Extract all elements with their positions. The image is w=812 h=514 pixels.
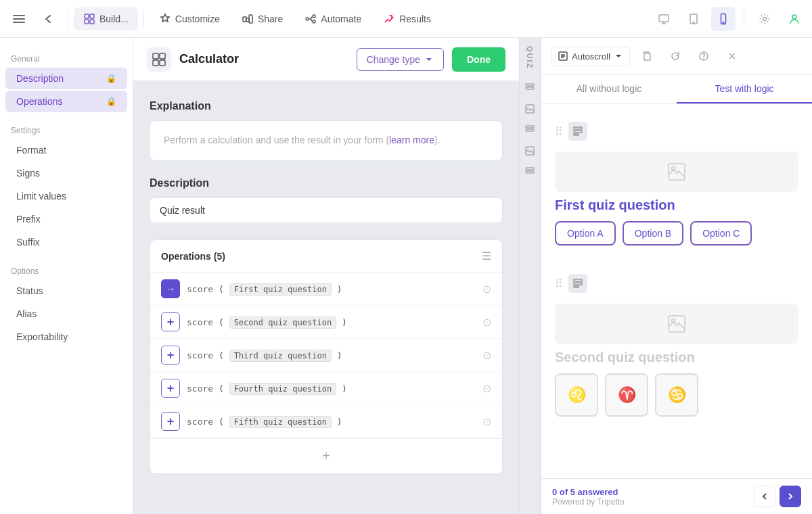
explanation-suffix: ). [434, 135, 441, 145]
hamburger-menu[interactable] [5, 5, 32, 32]
sidebar-item-status[interactable]: Status [5, 280, 127, 302]
op-arrow-icon-1[interactable]: → [161, 279, 180, 298]
nav-customize-label: Customize [175, 14, 220, 24]
nav-results[interactable]: Results [374, 7, 441, 30]
right-panel-content: ⠿ First quiz question [541, 104, 812, 514]
done-button[interactable]: Done [452, 47, 505, 72]
nav-share[interactable]: Share [232, 7, 292, 30]
description-section: Description [150, 177, 503, 223]
svg-rect-1 [13, 18, 25, 20]
next-arrow-button[interactable] [780, 486, 801, 507]
svg-rect-36 [574, 131, 582, 133]
op-plus-icon-2[interactable]: + [161, 312, 180, 331]
nav-customize[interactable]: Customize [150, 7, 229, 30]
sidebar-item-format[interactable]: Format [5, 139, 127, 161]
close-icon[interactable] [721, 45, 744, 68]
svg-point-17 [723, 22, 724, 23]
sidebar-item-suffix[interactable]: Suffix [5, 231, 127, 253]
autoscroll-label: Autoscroll [572, 51, 610, 62]
refresh-icon[interactable] [664, 45, 687, 68]
tab-test-with-logic[interactable]: Test with logic [677, 75, 812, 103]
svg-rect-25 [526, 87, 534, 89]
q1-option-b[interactable]: Option B [623, 221, 683, 246]
description-input[interactable] [150, 197, 503, 223]
help-icon[interactable] [692, 45, 715, 68]
svg-point-19 [792, 15, 796, 19]
q2-option-1[interactable]: ♌ [555, 373, 598, 417]
right-panel: Autoscroll All without [541, 38, 812, 514]
desktop-view-btn[interactable] [652, 7, 676, 31]
sidebar-exportability-label: Exportability [16, 331, 68, 342]
q2-type-icon [568, 274, 587, 293]
quiz-list-icon-3[interactable] [524, 166, 535, 179]
add-operation-button[interactable]: + [150, 438, 502, 473]
sidebar-item-description[interactable]: Description 🔒 [5, 68, 127, 89]
nav-right [652, 7, 807, 31]
learn-more-link[interactable]: learn more [389, 135, 434, 145]
op-tag-1: First quiz question [229, 283, 332, 296]
sidebar-item-limit-values[interactable]: Limit values [5, 185, 127, 207]
q1-image-placeholder [555, 151, 798, 192]
mobile-view-btn[interactable] [711, 7, 736, 31]
nav-build-label: Build... [99, 14, 129, 24]
settings-icon[interactable] [752, 7, 777, 31]
svg-rect-35 [574, 127, 582, 129]
q1-drag-row: ⠿ [555, 118, 798, 145]
svg-point-18 [763, 17, 767, 20]
nav-build[interactable]: Build... [74, 7, 138, 30]
copy-icon[interactable] [635, 45, 658, 68]
op-drag-5[interactable]: ⊙ [482, 415, 491, 428]
nav-automate[interactable]: Automate [295, 7, 371, 30]
svg-rect-5 [85, 20, 89, 24]
op-fn-1: score [187, 284, 213, 294]
user-icon[interactable] [782, 7, 807, 31]
sidebar-item-prefix[interactable]: Prefix [5, 208, 127, 230]
quiz-list-icon-2[interactable] [524, 124, 535, 137]
back-button[interactable] [35, 5, 62, 32]
app-icon [147, 47, 171, 72]
q2-option-2[interactable]: ♈ [605, 373, 648, 417]
quiz-image-icon-1[interactable] [524, 103, 535, 116]
op-plus-icon-5[interactable]: + [161, 412, 180, 431]
tablet-view-btn[interactable] [681, 7, 706, 31]
quiz-list-icon[interactable] [524, 83, 535, 95]
sidebar-item-operations[interactable]: Operations 🔒 [5, 91, 127, 112]
op-drag-2[interactable]: ⊙ [482, 316, 491, 329]
op-formula-1: score ( First quiz question ) [187, 284, 476, 294]
autoscroll-button[interactable]: Autoscroll [551, 47, 630, 66]
svg-rect-33 [644, 53, 650, 60]
op-formula-4: score ( Fourth quiz question ) [187, 383, 476, 394]
op-fn-5: score [187, 417, 213, 427]
op-drag-3[interactable]: ⊙ [482, 349, 491, 362]
right-panel-tabs: All without logic Test with logic [541, 75, 812, 104]
op-tag-2: Second quiz question [229, 317, 337, 329]
q1-drag-handle[interactable]: ⠿ [555, 125, 563, 138]
q2-drag-handle[interactable]: ⠿ [555, 277, 563, 290]
op-plus-icon-3[interactable]: + [161, 346, 180, 365]
prev-arrow-button[interactable] [754, 486, 775, 507]
sidebar-prefix-label: Prefix [16, 214, 41, 225]
op-drag-4[interactable]: ⊙ [482, 382, 491, 395]
svg-rect-41 [574, 283, 582, 285]
sidebar-limit-values-label: Limit values [16, 191, 66, 202]
svg-rect-30 [526, 168, 534, 170]
op-plus-icon-4[interactable]: + [161, 379, 180, 398]
sidebar-alias-label: Alias [16, 308, 37, 319]
sidebar-item-exportability[interactable]: Exportability [5, 326, 127, 348]
op-tag-4: Fourth quiz question [229, 383, 337, 395]
svg-rect-22 [153, 60, 158, 66]
q2-option-3[interactable]: ♋ [655, 373, 698, 417]
quiz-image-icon-2[interactable] [524, 145, 535, 158]
change-type-button[interactable]: Change type [357, 48, 444, 71]
op-drag-1[interactable]: ⊙ [482, 283, 491, 296]
operations-menu-icon[interactable]: ☰ [482, 250, 491, 262]
q1-option-a[interactable]: Option A [555, 221, 616, 246]
sidebar-item-signs[interactable]: Signs [5, 162, 127, 184]
svg-rect-21 [160, 53, 165, 59]
tab-all-without-logic[interactable]: All without logic [541, 75, 677, 103]
nav-share-label: Share [258, 14, 283, 24]
tab-test-with-logic-label: Test with logic [715, 83, 773, 94]
sidebar-item-alias[interactable]: Alias [5, 303, 127, 325]
sidebar-options-label: Options [0, 261, 133, 279]
q1-option-c[interactable]: Option C [690, 221, 752, 246]
